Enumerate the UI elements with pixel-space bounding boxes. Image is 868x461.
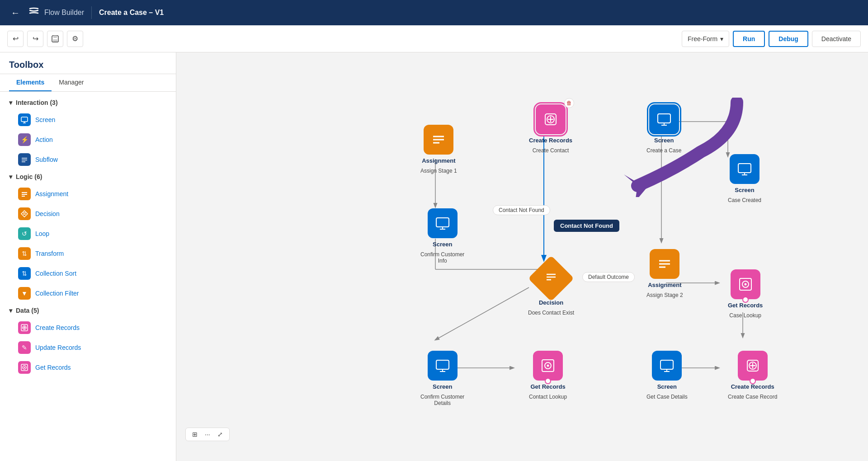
chevron-down-icon: ▾	[9, 307, 12, 314]
create-case-record-label: Create Records	[731, 383, 774, 391]
screen-case-details-box[interactable]	[652, 351, 682, 381]
sidebar-item-subflow[interactable]: Subflow	[0, 150, 176, 169]
screen-icon	[18, 113, 31, 126]
redo-button[interactable]: ↪	[27, 31, 43, 47]
tooltip-contact-not-found: Contact Not Found	[554, 220, 619, 232]
node-screen-confirm2[interactable]: Screen Confirm CustomerDetails	[420, 351, 464, 406]
screen-case-box[interactable]	[649, 104, 679, 134]
case-created-box[interactable]	[730, 154, 760, 184]
deactivate-button[interactable]: Deactivate	[812, 31, 861, 47]
sidebar-item-update-records[interactable]: ✎ Update Records	[0, 338, 176, 358]
assignment-label: Assignment	[35, 190, 68, 198]
path-label-default-outcome[interactable]: Default Outcome	[582, 272, 635, 282]
decision-diamond[interactable]	[528, 255, 574, 301]
debug-button[interactable]: Debug	[769, 31, 808, 47]
node-get-records-contact[interactable]: Get Records Contact Lookup	[529, 351, 567, 400]
get-records-case-box[interactable]	[731, 269, 760, 299]
create-case-record-sublabel: Create Case Record	[728, 394, 777, 400]
create-contact-label: Create Records	[529, 137, 572, 145]
sidebar-item-decision[interactable]: Decision	[0, 204, 176, 224]
assignment1-sublabel: Assign Stage 1	[420, 168, 457, 174]
section-label: Data (5)	[16, 307, 39, 314]
decision-icon	[545, 272, 557, 285]
app-title: Flow Builder	[44, 9, 84, 17]
sidebar-item-screen[interactable]: Screen	[0, 110, 176, 130]
node-assignment1[interactable]: Assignment Assign Stage 1	[420, 125, 457, 174]
svg-rect-59	[436, 360, 449, 369]
screen-confirm2-box[interactable]	[428, 351, 458, 381]
run-button[interactable]: Run	[733, 31, 765, 47]
confirm-customer-box[interactable]	[428, 208, 458, 238]
create-records-label: Create Records	[35, 324, 80, 331]
decision-label: Decision	[35, 210, 60, 217]
node-screen-case-details[interactable]: Screen Get Case Details	[646, 351, 688, 400]
decision-sublabel: Does Contact Exist	[528, 310, 574, 316]
node-create-contact[interactable]: 🗑 Create Records Create Contact	[529, 104, 572, 154]
grid-toggle[interactable]: ⊞	[189, 430, 200, 439]
sidebar: Toolbox Elements Manager ▾ Interaction (…	[0, 52, 176, 461]
update-records-icon: ✎	[18, 341, 31, 354]
node-assignment2[interactable]: Assignment Assign Stage 2	[646, 249, 683, 298]
get-records-case-sublabel: Case Lookup	[729, 312, 761, 319]
sidebar-item-transform[interactable]: ⇅ Transform	[0, 244, 176, 263]
svg-rect-65	[660, 360, 673, 369]
get-records-contact-label: Get Records	[530, 383, 565, 391]
path-label-contact-not-found[interactable]: Contact Not Found	[493, 205, 550, 215]
screen-case-details-sublabel: Get Case Details	[646, 394, 688, 400]
section-label: Interaction (3)	[16, 99, 58, 106]
get-records-contact-box[interactable]	[533, 351, 563, 381]
section-interaction[interactable]: ▾ Interaction (3)	[0, 95, 176, 110]
app-header: ← Flow Builder Create a Case – V1	[0, 0, 868, 25]
settings-button[interactable]: ⚙	[67, 31, 83, 47]
action-icon: ⚡	[18, 133, 31, 146]
flow-name: Create a Case – V1	[99, 9, 164, 17]
assignment2-box[interactable]	[650, 249, 679, 279]
node-confirm-customer[interactable]: Screen Confirm CustomerInfo	[420, 208, 464, 264]
assignment2-sublabel: Assign Stage 2	[646, 292, 683, 298]
canvas[interactable]: Assignment Assign Stage 1 🗑 Create Recor…	[176, 52, 868, 461]
node-screen-case[interactable]: Screen Create a Case	[646, 104, 681, 154]
screen-case-details-label: Screen	[657, 383, 677, 391]
sidebar-item-create-records[interactable]: Create Records	[0, 318, 176, 338]
section-logic[interactable]: ▾ Logic (6)	[0, 169, 176, 184]
sidebar-item-collection-sort[interactable]: ⇅ Collection Sort	[0, 263, 176, 283]
delete-icon[interactable]: 🗑	[564, 98, 574, 108]
transform-label: Transform	[35, 250, 64, 257]
svg-rect-47	[436, 218, 449, 227]
svg-line-31	[435, 287, 529, 340]
sidebar-item-loop[interactable]: ↺ Loop	[0, 224, 176, 244]
sidebar-item-action[interactable]: ⚡ Action	[0, 130, 176, 150]
tab-manager[interactable]: Manager	[52, 74, 91, 91]
chevron-down-icon: ▾	[720, 35, 723, 42]
decision-icon	[18, 207, 31, 220]
save-button[interactable]	[47, 31, 63, 47]
subflow-label: Subflow	[35, 156, 58, 163]
collection-filter-label: Collection Filter	[35, 290, 79, 297]
sidebar-item-assignment[interactable]: Assignment	[0, 184, 176, 204]
sidebar-item-collection-filter[interactable]: ▼ Collection Filter	[0, 283, 176, 303]
node-get-records-case[interactable]: Get Records Case Lookup	[728, 269, 763, 319]
create-case-record-box[interactable]	[738, 351, 768, 381]
svg-point-21	[24, 367, 25, 368]
node-case-created[interactable]: Screen Case Created	[728, 154, 761, 203]
layout-dropdown[interactable]: Free-Form ▾	[682, 31, 729, 47]
fit-view[interactable]: ⤢	[215, 430, 226, 439]
svg-rect-1	[53, 36, 57, 38]
section-data[interactable]: ▾ Data (5)	[0, 303, 176, 318]
sidebar-item-get-records[interactable]: Get Records	[0, 358, 176, 377]
node-decision[interactable]: Decision Does Contact Exist	[528, 260, 574, 316]
toolbox-title: Toolbox	[0, 52, 176, 74]
svg-rect-44	[738, 164, 751, 173]
back-button[interactable]: ←	[7, 6, 24, 20]
decision-container[interactable]	[533, 260, 569, 296]
zoom-controls[interactable]: ···	[202, 430, 213, 439]
undo-button[interactable]: ↩	[7, 31, 24, 47]
sidebar-content: ▾ Interaction (3) Screen ⚡ Action Subflo…	[0, 92, 176, 461]
assignment1-box[interactable]	[424, 125, 453, 155]
create-contact-box[interactable]	[536, 104, 566, 134]
loop-icon: ↺	[18, 227, 31, 240]
node-create-case-record[interactable]: Create Records Create Case Record	[728, 351, 777, 400]
toolbar-right: Free-Form ▾ Run Debug Deactivate	[682, 31, 861, 47]
svg-marker-12	[21, 211, 28, 217]
tab-elements[interactable]: Elements	[9, 74, 52, 91]
